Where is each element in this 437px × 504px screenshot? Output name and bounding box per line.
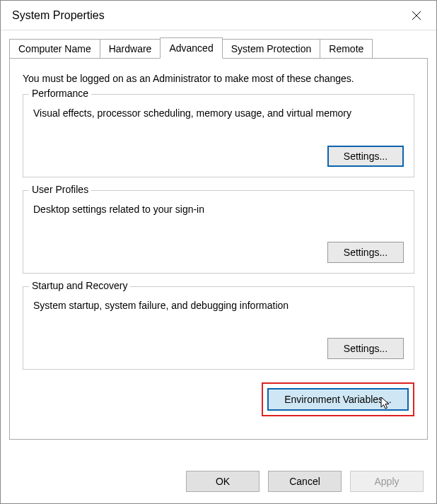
performance-settings-button[interactable]: Settings...: [327, 146, 404, 167]
startup-recovery-desc: System startup, system failure, and debu…: [33, 300, 404, 311]
system-properties-dialog: System Properties Computer Name Hardware…: [0, 0, 437, 504]
close-icon: [412, 11, 421, 20]
ok-button[interactable]: OK: [186, 471, 260, 492]
window-title: System Properties: [12, 9, 105, 22]
startup-recovery-group: Startup and Recovery System startup, sys…: [23, 286, 414, 370]
cancel-button[interactable]: Cancel: [268, 471, 342, 492]
admin-note: You must be logged on as an Administrato…: [23, 73, 414, 84]
tab-system-protection[interactable]: System Protection: [222, 39, 321, 58]
dialog-footer: OK Cancel Apply: [1, 461, 436, 503]
performance-legend: Performance: [29, 88, 91, 99]
close-button[interactable]: [405, 4, 428, 27]
highlight-box: Environment Variables...: [262, 382, 414, 416]
performance-group: Performance Visual effects, processor sc…: [23, 94, 414, 177]
environment-variables-row: Environment Variables...: [23, 382, 414, 416]
tab-computer-name[interactable]: Computer Name: [9, 39, 100, 58]
startup-recovery-legend: Startup and Recovery: [29, 280, 130, 291]
user-profiles-settings-button[interactable]: Settings...: [327, 242, 404, 263]
titlebar: System Properties: [1, 1, 436, 30]
tab-advanced[interactable]: Advanced: [160, 37, 222, 59]
tab-strip: Computer Name Hardware Advanced System P…: [9, 37, 428, 58]
user-profiles-desc: Desktop settings related to your sign-in: [33, 204, 404, 215]
environment-variables-label: Environment Variables...: [284, 394, 391, 405]
dialog-content: Computer Name Hardware Advanced System P…: [1, 30, 436, 461]
tab-hardware[interactable]: Hardware: [100, 39, 161, 58]
user-profiles-legend: User Profiles: [29, 184, 91, 195]
startup-recovery-settings-button[interactable]: Settings...: [327, 338, 404, 359]
tab-remote[interactable]: Remote: [320, 39, 373, 58]
performance-desc: Visual effects, processor scheduling, me…: [33, 107, 404, 119]
apply-button[interactable]: Apply: [350, 471, 424, 492]
environment-variables-button[interactable]: Environment Variables...: [267, 388, 409, 411]
tab-panel-advanced: You must be logged on as an Administrato…: [9, 58, 428, 440]
tabs-container: Computer Name Hardware Advanced System P…: [9, 37, 428, 440]
user-profiles-group: User Profiles Desktop settings related t…: [23, 190, 414, 274]
